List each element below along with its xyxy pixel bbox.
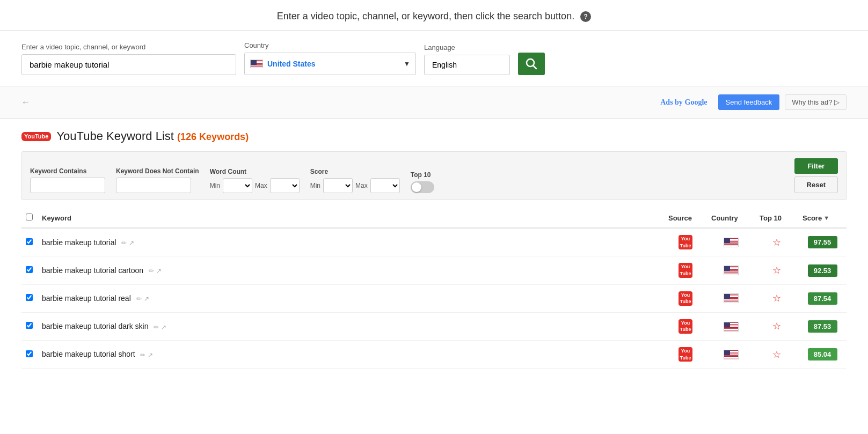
page-header: Enter a video topic, channel, or keyword… (0, 0, 868, 31)
country-flag-icon (724, 350, 739, 359)
youtube-source-icon: YouTube (679, 263, 693, 277)
row-country-cell (707, 341, 755, 369)
edit-icon[interactable]: ✏ (140, 351, 145, 359)
score-badge: 87.53 (808, 320, 837, 333)
help-icon[interactable]: ? (580, 11, 591, 22)
country-select[interactable]: United States ▼ (244, 53, 416, 75)
youtube-source-icon: YouTube (679, 347, 693, 362)
keyword-contains-group: Keyword Contains (30, 167, 105, 193)
row-checkbox-cell (21, 284, 38, 312)
external-link-icon[interactable]: ↗ (156, 267, 162, 275)
col-header-country[interactable]: Country (707, 208, 755, 228)
send-feedback-button[interactable]: Send feedback (718, 94, 780, 110)
edit-icon[interactable]: ✏ (154, 323, 159, 331)
section-heading: YouTube Keyword List (126 Keywords) (56, 129, 249, 143)
top10-star-icon[interactable]: ☆ (772, 265, 781, 276)
score-min-select[interactable] (323, 178, 353, 193)
row-top10-cell: ☆ (755, 312, 798, 340)
why-this-ad-button[interactable]: Why this ad? ▷ (785, 94, 847, 110)
language-field-group: Language English (424, 43, 510, 75)
word-count-max-label: Max (255, 182, 267, 189)
reset-button[interactable]: Reset (794, 176, 838, 193)
row-checkbox[interactable] (26, 322, 33, 329)
keyword-icon-group: ✏ ↗ (154, 323, 166, 331)
score-min-label: Min (310, 182, 320, 189)
col-header-score[interactable]: Score ▼ (798, 208, 847, 228)
row-top10-cell: ☆ (755, 284, 798, 312)
search-button[interactable] (518, 53, 545, 75)
keyword-text: barbie makeup tutorial (42, 238, 116, 247)
col-header-check (21, 208, 38, 228)
external-link-icon[interactable]: ↗ (161, 323, 166, 331)
word-count-min-label: Min (210, 182, 220, 189)
keyword-table-wrapper: Keyword Source Country Top 10 Score (21, 208, 847, 369)
keyword-input[interactable] (21, 54, 236, 75)
row-keyword-cell: barbie makeup tutorial dark skin ✏ ↗ (38, 312, 664, 340)
keyword-contains-input[interactable] (30, 178, 105, 193)
keyword-list-section: You Tube YouTube Keyword List (126 Keywo… (0, 119, 868, 379)
keyword-icon-group: ✏ ↗ (121, 239, 134, 247)
keyword-table: Keyword Source Country Top 10 Score (21, 208, 847, 369)
keyword-text: barbie makeup tutorial dark skin (42, 322, 148, 330)
row-top10-cell: ☆ (755, 341, 798, 369)
keyword-icon-group: ✏ ↗ (149, 267, 162, 275)
col-header-source[interactable]: Source (664, 208, 707, 228)
edit-icon[interactable]: ✏ (149, 267, 154, 275)
keyword-text: barbie makeup tutorial short (42, 350, 135, 358)
keyword-not-contain-group: Keyword Does Not Contain (116, 167, 199, 193)
toggle-knob (412, 182, 421, 192)
top10-star-icon[interactable]: ☆ (772, 293, 781, 304)
word-count-max-select[interactable] (270, 178, 300, 193)
row-top10-cell: ☆ (755, 256, 798, 284)
edit-icon[interactable]: ✏ (121, 239, 127, 247)
row-checkbox[interactable] (26, 350, 33, 357)
row-keyword-cell: barbie makeup tutorial real ✏ ↗ (38, 284, 664, 312)
word-count-min-select[interactable] (223, 178, 252, 193)
top10-star-icon[interactable]: ☆ (772, 321, 781, 332)
country-label: Country (244, 41, 416, 49)
external-link-icon[interactable]: ↗ (144, 295, 149, 303)
table-row: barbie makeup tutorial real ✏ ↗ YouTube … (21, 284, 847, 312)
row-checkbox-cell (21, 228, 38, 256)
youtube-source-icon: YouTube (679, 235, 693, 249)
external-link-icon[interactable]: ↗ (148, 351, 153, 359)
youtube-source-icon: YouTube (679, 291, 693, 306)
edit-icon[interactable]: ✏ (136, 295, 142, 303)
keyword-table-body: barbie makeup tutorial ✏ ↗ YouTube ☆ 97.… (21, 228, 847, 368)
col-header-top10[interactable]: Top 10 (755, 208, 798, 228)
keyword-not-contain-label: Keyword Does Not Contain (116, 167, 199, 175)
select-all-checkbox[interactable] (26, 214, 33, 220)
keyword-not-contain-input[interactable] (116, 178, 191, 193)
top10-filter-label: Top 10 (411, 171, 434, 179)
word-count-label: Word Count (210, 168, 300, 175)
row-top10-cell: ☆ (755, 228, 798, 256)
keyword-field-group: Enter a video topic, channel, or keyword (21, 43, 236, 75)
word-count-row: Min Max (210, 178, 300, 193)
country-flag-icon (724, 322, 739, 332)
row-checkbox[interactable] (26, 266, 33, 273)
keyword-icon-group: ✏ ↗ (140, 351, 153, 359)
row-checkbox[interactable] (26, 238, 33, 245)
row-score-cell: 85.04 (798, 341, 847, 369)
keyword-label: Enter a video topic, channel, or keyword (21, 43, 236, 51)
keyword-contains-label: Keyword Contains (30, 167, 105, 175)
top10-star-icon[interactable]: ☆ (772, 349, 781, 360)
external-link-icon[interactable]: ↗ (129, 239, 134, 247)
top10-toggle[interactable] (411, 181, 434, 193)
filter-button[interactable]: Filter (794, 158, 838, 174)
table-row: barbie makeup tutorial cartoon ✏ ↗ YouTu… (21, 256, 847, 284)
keyword-count: (126 Keywords) (177, 131, 249, 142)
top10-star-icon[interactable]: ☆ (772, 237, 781, 248)
filter-buttons: Filter Reset (794, 158, 838, 193)
language-select[interactable]: English (424, 55, 510, 75)
table-row: barbie makeup tutorial short ✏ ↗ YouTube… (21, 341, 847, 369)
row-checkbox[interactable] (26, 294, 33, 301)
row-country-cell (707, 256, 755, 284)
col-header-keyword[interactable]: Keyword (38, 208, 664, 228)
ads-arrow-icon[interactable]: ← (21, 98, 30, 107)
country-flag-icon (724, 266, 739, 275)
search-section: Enter a video topic, channel, or keyword… (0, 31, 868, 86)
score-group: Score Min Max (310, 168, 400, 193)
score-max-select[interactable] (370, 178, 400, 193)
section-title: You Tube YouTube Keyword List (126 Keywo… (21, 129, 847, 143)
